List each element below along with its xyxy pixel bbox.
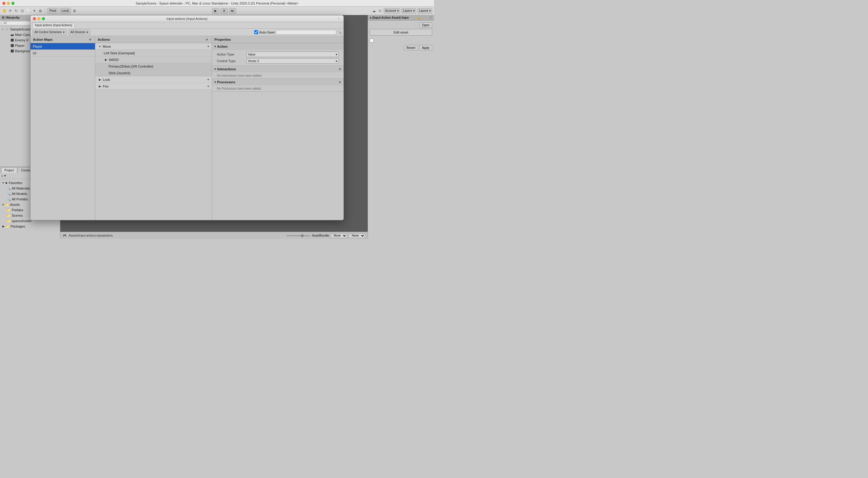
toolbar-right: ☁ ⊙ Account ▾ Layers ▾ Layout ▾ [372,8,432,13]
interactions-section-header[interactable]: ▾ Interactions + [212,66,343,72]
hierarchy-title: Hierarchy [6,16,20,19]
inspector-menu-icon[interactable]: ⋮ [429,16,432,19]
action-type-select[interactable]: Value ▾ [246,52,339,57]
cloud-icon[interactable]: ☁ [372,8,376,13]
layers-dropdown[interactable]: Layers ▾ [401,8,416,13]
packages-folder-icon: 📁 [5,225,10,229]
rect-tool-icon[interactable]: ⬜ [26,8,31,13]
modal-close-button[interactable] [33,17,36,20]
services-icon[interactable]: ⊙ [378,8,382,13]
transform-tool-icon[interactable]: ✦ [32,8,37,13]
control-schemes-dropdown[interactable]: All Control Schemes ▾ [32,30,67,35]
local-button[interactable]: Local [59,8,71,14]
action-section-header[interactable]: ▾ Action [212,43,343,50]
asset-bundle-select-2[interactable]: None [349,233,365,238]
grid-icon[interactable]: ⊞ [72,8,77,13]
actions-add-icon[interactable]: + [205,37,209,42]
map-item-player[interactable]: Player [30,43,95,50]
rotate-tool-icon[interactable]: ↻ [14,8,19,13]
prefabs-folder-icon: 📁 [7,208,11,212]
player-cube-icon: ⬛ [10,43,14,48]
project-tab[interactable]: Project [1,168,17,173]
layers-chevron-icon: ▾ [413,9,415,12]
input-actions-modal: Input actions (Input Actions) ⋮ Input ac… [30,15,344,220]
action-wasd[interactable]: ▶ WASD [95,56,212,63]
inspector-header: s (Input Action Asset) Impo 🔒 ⋮ [368,15,434,21]
interactions-add-icon[interactable]: + [339,67,341,71]
modal-tab-input-actions[interactable]: Input actions (Input Actions) [32,23,75,28]
control-type-select[interactable]: Vector 2 ▾ [246,58,339,64]
scene-arrow-icon: ▾ [1,28,4,31]
modal-search-input[interactable] [276,30,336,35]
inspector-title: s (Input Action Asset) Impo [370,16,409,19]
modal-content: Action Maps + Player UI Actions + [30,36,343,220]
modal-maximize-button[interactable] [42,17,45,20]
maximize-button[interactable] [11,2,14,5]
project-tab-label: Project [4,169,14,172]
local-label: Local [62,9,69,12]
action-primary2daxis[interactable]: Primary2DAxis [XR Controller] [95,63,212,70]
action-maps-add-icon[interactable]: + [88,37,93,42]
apply-button[interactable]: Apply [419,45,432,50]
enemy-spacer [6,39,9,42]
layout-dropdown[interactable]: Layout ▾ [417,8,432,13]
actions-list: ▾ Move + Left Stick [Gamepad] ▶ WASD Pri… [95,43,212,220]
processors-add-icon[interactable]: + [339,80,341,85]
step-button[interactable]: ⏭ [229,8,236,13]
asset-bundle-select-1[interactable]: None [331,233,347,238]
look-add-icon[interactable]: + [207,78,209,82]
move-label: Move [103,44,111,48]
open-button[interactable]: Open [420,22,432,28]
action-move-group[interactable]: ▾ Move + [95,43,212,50]
action-section-content: Action Type Value ▾ Control Type Vector … [212,50,343,65]
packages-label: Packages [10,225,25,228]
packages-item[interactable]: ▶ 📁 Packages [1,223,59,229]
move-add-icon[interactable]: + [207,44,209,49]
modal-search-icon[interactable]: 🔍 [338,30,342,34]
modal-minimize-button[interactable] [37,17,40,20]
properties-header: Properties [212,36,343,43]
action-look-group[interactable]: ▶ Look + [95,76,212,83]
account-chevron-icon: ▾ [397,9,399,12]
look-arrow-icon: ▶ [98,78,102,82]
action-left-stick[interactable]: Left Stick [Gamepad] [95,50,212,56]
inspector-lock-icon[interactable]: 🔒 [417,16,421,19]
action-stick-joystick[interactable]: Stick [Joystick] [95,70,212,76]
action-fire-group[interactable]: ▶ Fire + [95,83,212,90]
properties-column: Properties ▾ Action Action Type Value [212,36,343,220]
hand-tool-icon[interactable]: ✋ [2,8,7,13]
playmode-controls: ▶ ⏸ ⏭ [78,8,370,13]
revert-button[interactable]: Revert [404,45,418,50]
action-section-title: Action [217,44,227,48]
close-button[interactable] [2,2,5,5]
auto-save-checkbox[interactable] [254,30,258,34]
modal-overflow-icon[interactable]: ⋮ [337,17,341,21]
asset-checkbox[interactable] [370,39,374,42]
processors-section-header[interactable]: ▾ Processors + [212,79,343,85]
control-schemes-chevron-icon: ▾ [63,30,65,34]
assets-arrow-icon: ▾ [2,203,4,206]
map-item-ui[interactable]: UI [30,50,95,56]
action-section-arrow-icon: ▾ [214,45,216,48]
all-prefabs-label: All Prefabs [12,197,28,201]
zoom-thumb [301,234,304,237]
fire-add-icon[interactable]: + [207,84,209,88]
pivot-button[interactable]: Pivot [48,8,58,14]
minimize-button[interactable] [7,2,10,5]
interactions-content: No Interactions have been added. [212,72,343,79]
scale-tool-icon[interactable]: ⊡ [20,8,25,13]
traffic-lights [2,2,14,5]
control-schemes-label: All Control Schemes [34,30,62,34]
actions-header: Actions + [95,36,212,43]
action-section: ▾ Action Action Type Value ▾ Control [212,43,343,66]
zoom-slider[interactable] [286,235,310,236]
custom-tool-icon[interactable]: ⊞ [38,8,43,13]
edit-asset-button[interactable]: Edit asset [370,29,432,36]
pause-button[interactable]: ⏸ [220,8,228,13]
all-devices-dropdown[interactable]: All Devices ▾ [68,30,90,35]
play-button[interactable]: ▶ [212,8,219,13]
move-tool-icon[interactable]: ✛ [8,8,13,13]
project-menu-icon[interactable]: ▾ [4,174,6,178]
project-add-icon[interactable]: + [1,174,3,178]
account-dropdown[interactable]: Account ▾ [384,8,400,13]
